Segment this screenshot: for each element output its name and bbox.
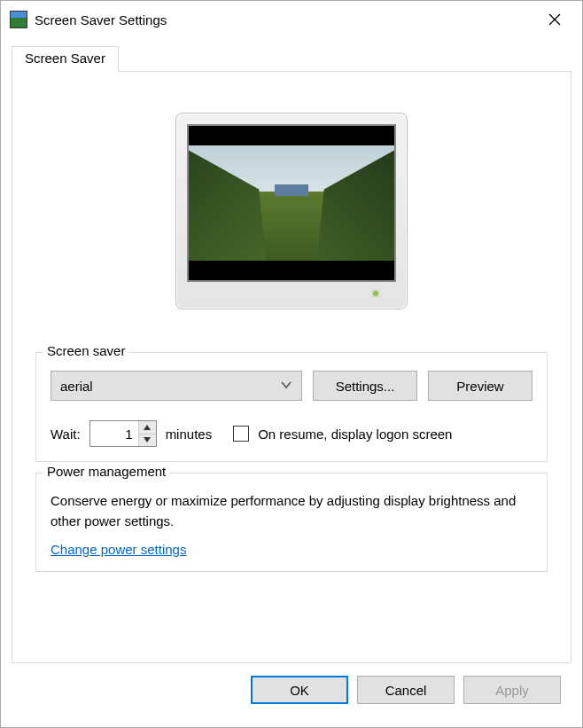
preview-button[interactable]: Preview xyxy=(428,371,532,401)
monitor-preview xyxy=(175,113,408,309)
dialog-footer: OK Cancel Apply xyxy=(12,663,571,716)
chevron-down-icon xyxy=(280,379,292,394)
resume-checkbox-label: On resume, display logon screen xyxy=(258,427,452,442)
titlebar: Screen Saver Settings xyxy=(1,1,582,38)
screensaver-select[interactable]: aerial xyxy=(51,371,302,401)
screensaver-group-legend: Screen saver xyxy=(43,343,128,358)
svg-marker-2 xyxy=(144,425,151,430)
tab-screensaver[interactable]: Screen Saver xyxy=(12,46,119,72)
window-title: Screen Saver Settings xyxy=(35,12,534,27)
screensaver-settings-window: Screen Saver Settings Screen Saver xyxy=(0,0,583,728)
screensaver-group: Screen saver aerial Settings... Preview … xyxy=(35,352,548,462)
minutes-label: minutes xyxy=(166,427,213,442)
screensaver-select-value: aerial xyxy=(60,379,93,394)
screensaver-preview-image xyxy=(189,145,394,261)
settings-button[interactable]: Settings... xyxy=(313,371,417,401)
power-group-legend: Power management xyxy=(43,464,169,479)
wait-label: Wait: xyxy=(51,427,81,442)
close-button[interactable] xyxy=(534,5,575,34)
cancel-button[interactable]: Cancel xyxy=(357,676,455,704)
apply-button[interactable]: Apply xyxy=(463,676,561,704)
power-description: Conserve energy or maximize performance … xyxy=(51,491,532,531)
power-group: Power management Conserve energy or maxi… xyxy=(35,473,548,572)
monitor-screen xyxy=(187,124,396,282)
spinner-down-button[interactable] xyxy=(139,434,156,447)
tabstrip: Screen Saver xyxy=(12,45,571,71)
resume-checkbox[interactable] xyxy=(233,426,249,442)
caret-down-icon xyxy=(144,437,151,442)
tab-panel: Screen saver aerial Settings... Preview … xyxy=(12,71,571,663)
svg-marker-3 xyxy=(144,437,151,442)
ok-button[interactable]: OK xyxy=(251,676,348,704)
app-icon xyxy=(10,11,27,28)
change-power-settings-link[interactable]: Change power settings xyxy=(51,542,186,557)
close-icon xyxy=(548,13,561,26)
wait-input[interactable] xyxy=(90,421,138,446)
wait-spinner[interactable] xyxy=(89,420,157,447)
caret-up-icon xyxy=(144,425,151,430)
spinner-up-button[interactable] xyxy=(139,421,156,434)
power-led-icon xyxy=(373,291,378,296)
client-area: Screen Saver xyxy=(1,38,582,727)
preview-area xyxy=(35,88,548,341)
